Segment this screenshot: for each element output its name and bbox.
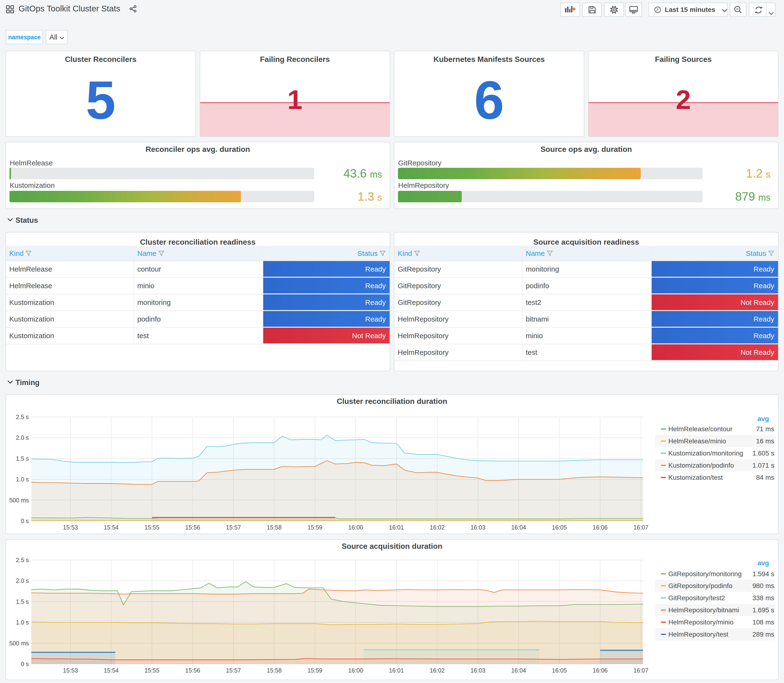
svg-text:16:06: 16:06 [593,667,608,674]
svg-text:15:55: 15:55 [144,524,159,531]
svg-text:15:54: 15:54 [104,524,119,531]
svg-text:15:56: 15:56 [185,524,200,531]
svg-text:2.0 s: 2.0 s [16,577,29,584]
svg-text:16:03: 16:03 [471,524,486,531]
svg-text:15:55: 15:55 [144,667,159,674]
svg-text:16:03: 16:03 [471,667,486,674]
svg-text:16:01: 16:01 [389,524,404,531]
svg-text:15:57: 15:57 [226,667,241,674]
svg-text:1.5 s: 1.5 s [16,455,29,462]
svg-text:16:05: 16:05 [552,667,567,674]
svg-text:16:01: 16:01 [389,667,404,674]
svg-text:1.0 s: 1.0 s [16,619,29,626]
svg-text:16:05: 16:05 [552,524,567,531]
svg-text:2.0 s: 2.0 s [16,434,29,441]
svg-text:1.5 s: 1.5 s [16,598,29,605]
svg-text:2.5 s: 2.5 s [16,556,29,563]
svg-text:16:02: 16:02 [430,667,445,674]
svg-text:15:58: 15:58 [267,524,282,531]
svg-text:15:59: 15:59 [308,667,322,674]
svg-text:1.0 s: 1.0 s [16,476,29,483]
svg-text:16:00: 16:00 [348,524,363,531]
svg-text:15:54: 15:54 [104,667,119,674]
svg-text:15:58: 15:58 [267,667,282,674]
svg-text:16:00: 16:00 [348,667,363,674]
svg-text:15:53: 15:53 [63,667,78,674]
svg-text:0 s: 0 s [21,661,29,667]
svg-text:0 s: 0 s [21,518,29,524]
svg-text:16:07: 16:07 [633,667,649,674]
svg-text:15:57: 15:57 [226,524,241,531]
svg-text:15:59: 15:59 [308,524,322,531]
svg-text:500 ms: 500 ms [9,640,29,646]
svg-text:2.5 s: 2.5 s [16,414,29,420]
svg-text:15:56: 15:56 [185,667,200,674]
svg-text:16:04: 16:04 [511,667,526,674]
svg-text:16:02: 16:02 [430,524,445,531]
svg-text:16:04: 16:04 [511,524,526,531]
svg-text:500 ms: 500 ms [9,497,29,503]
svg-text:15:53: 15:53 [63,524,78,531]
svg-text:16:06: 16:06 [593,524,608,531]
svg-text:16:07: 16:07 [633,524,649,531]
